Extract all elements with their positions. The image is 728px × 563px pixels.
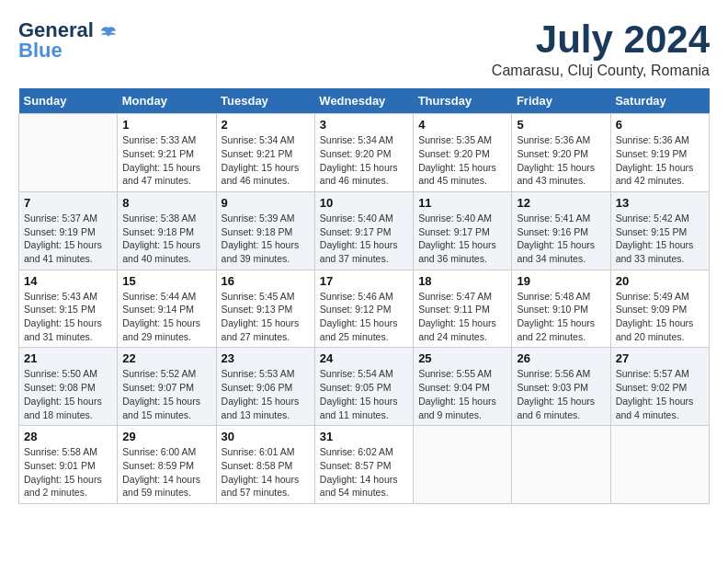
day-number: 23 bbox=[222, 351, 310, 365]
day-info: Sunrise: 5:35 AM Sunset: 9:20 PM Dayligh… bbox=[418, 133, 506, 188]
day-number: 27 bbox=[616, 351, 704, 365]
day-info: Sunrise: 5:53 AM Sunset: 9:06 PM Dayligh… bbox=[222, 367, 310, 421]
day-number: 19 bbox=[517, 274, 605, 288]
day-info: Sunrise: 5:34 AM Sunset: 9:20 PM Dayligh… bbox=[320, 133, 408, 188]
day-number: 11 bbox=[418, 196, 506, 210]
calendar-cell: 14Sunrise: 5:43 AM Sunset: 9:15 PM Dayli… bbox=[19, 270, 118, 348]
day-info: Sunrise: 5:52 AM Sunset: 9:07 PM Dayligh… bbox=[122, 367, 210, 421]
day-info: Sunrise: 6:02 AM Sunset: 8:57 PM Dayligh… bbox=[320, 445, 408, 500]
day-info: Sunrise: 6:00 AM Sunset: 8:59 PM Dayligh… bbox=[122, 445, 210, 500]
day-number: 25 bbox=[418, 351, 506, 365]
calendar-cell bbox=[512, 426, 610, 504]
day-number: 4 bbox=[418, 118, 506, 132]
day-info: Sunrise: 5:44 AM Sunset: 9:14 PM Dayligh… bbox=[122, 290, 210, 344]
logo-bird-icon bbox=[99, 24, 118, 42]
calendar-cell: 30Sunrise: 6:01 AM Sunset: 8:58 PM Dayli… bbox=[216, 426, 314, 504]
day-info: Sunrise: 5:33 AM Sunset: 9:21 PM Dayligh… bbox=[122, 133, 210, 188]
day-number: 29 bbox=[122, 430, 210, 443]
day-number: 10 bbox=[320, 196, 408, 210]
col-header-wednesday: Wednesday bbox=[314, 88, 413, 114]
calendar-cell: 7Sunrise: 5:37 AM Sunset: 9:19 PM Daylig… bbox=[19, 191, 118, 270]
day-info: Sunrise: 5:47 AM Sunset: 9:11 PM Dayligh… bbox=[418, 290, 506, 344]
day-info: Sunrise: 5:36 AM Sunset: 9:20 PM Dayligh… bbox=[517, 133, 605, 188]
day-info: Sunrise: 5:38 AM Sunset: 9:18 PM Dayligh… bbox=[122, 212, 210, 266]
calendar-cell: 24Sunrise: 5:54 AM Sunset: 9:05 PM Dayli… bbox=[314, 348, 413, 426]
calendar-cell: 29Sunrise: 6:00 AM Sunset: 8:59 PM Dayli… bbox=[118, 426, 216, 504]
day-info: Sunrise: 5:36 AM Sunset: 9:19 PM Dayligh… bbox=[616, 133, 704, 188]
day-number: 17 bbox=[320, 274, 408, 288]
calendar-cell: 13Sunrise: 5:42 AM Sunset: 9:15 PM Dayli… bbox=[610, 191, 709, 270]
logo-general: General bbox=[18, 18, 94, 41]
calendar-cell: 17Sunrise: 5:46 AM Sunset: 9:12 PM Dayli… bbox=[314, 270, 413, 348]
day-number: 13 bbox=[616, 196, 704, 210]
day-number: 2 bbox=[222, 118, 310, 132]
day-number: 24 bbox=[320, 351, 408, 365]
calendar-cell: 1Sunrise: 5:33 AM Sunset: 9:21 PM Daylig… bbox=[118, 114, 216, 192]
calendar-cell: 28Sunrise: 5:58 AM Sunset: 9:01 PM Dayli… bbox=[19, 426, 118, 504]
title-section: July 2024 Camarasu, Cluj County, Romania bbox=[492, 18, 710, 79]
calendar-cell: 25Sunrise: 5:55 AM Sunset: 9:04 PM Dayli… bbox=[414, 348, 512, 426]
page-header: General Blue July 2024 Camarasu, Cluj Co… bbox=[18, 18, 710, 79]
day-info: Sunrise: 5:48 AM Sunset: 9:10 PM Dayligh… bbox=[517, 290, 605, 344]
day-number: 21 bbox=[24, 351, 112, 365]
calendar-table: SundayMondayTuesdayWednesdayThursdayFrid… bbox=[18, 88, 710, 504]
day-info: Sunrise: 5:57 AM Sunset: 9:02 PM Dayligh… bbox=[616, 367, 704, 421]
day-info: Sunrise: 5:39 AM Sunset: 9:18 PM Dayligh… bbox=[222, 212, 310, 266]
day-number: 30 bbox=[222, 430, 310, 443]
day-number: 5 bbox=[517, 118, 605, 132]
calendar-cell bbox=[414, 426, 512, 504]
day-info: Sunrise: 5:55 AM Sunset: 9:04 PM Dayligh… bbox=[418, 367, 506, 421]
calendar-cell: 2Sunrise: 5:34 AM Sunset: 9:21 PM Daylig… bbox=[216, 114, 314, 192]
day-info: Sunrise: 5:54 AM Sunset: 9:05 PM Dayligh… bbox=[320, 367, 408, 421]
day-info: Sunrise: 5:45 AM Sunset: 9:13 PM Dayligh… bbox=[222, 290, 310, 344]
day-info: Sunrise: 5:40 AM Sunset: 9:17 PM Dayligh… bbox=[320, 212, 408, 266]
calendar-cell: 4Sunrise: 5:35 AM Sunset: 9:20 PM Daylig… bbox=[414, 114, 512, 192]
calendar-cell: 20Sunrise: 5:49 AM Sunset: 9:09 PM Dayli… bbox=[610, 270, 709, 348]
col-header-saturday: Saturday bbox=[610, 88, 709, 114]
day-number: 18 bbox=[418, 274, 506, 288]
calendar-cell: 19Sunrise: 5:48 AM Sunset: 9:10 PM Dayli… bbox=[512, 270, 610, 348]
calendar-cell: 10Sunrise: 5:40 AM Sunset: 9:17 PM Dayli… bbox=[314, 191, 413, 270]
day-info: Sunrise: 5:41 AM Sunset: 9:16 PM Dayligh… bbox=[517, 212, 605, 266]
day-info: Sunrise: 5:46 AM Sunset: 9:12 PM Dayligh… bbox=[320, 290, 408, 344]
day-number: 20 bbox=[616, 274, 704, 288]
day-number: 16 bbox=[222, 274, 310, 288]
day-info: Sunrise: 5:43 AM Sunset: 9:15 PM Dayligh… bbox=[24, 290, 112, 344]
day-number: 8 bbox=[122, 196, 210, 210]
calendar-cell: 31Sunrise: 6:02 AM Sunset: 8:57 PM Dayli… bbox=[314, 426, 413, 504]
calendar-cell: 27Sunrise: 5:57 AM Sunset: 9:02 PM Dayli… bbox=[610, 348, 709, 426]
calendar-cell: 15Sunrise: 5:44 AM Sunset: 9:14 PM Dayli… bbox=[118, 270, 216, 348]
col-header-sunday: Sunday bbox=[19, 88, 118, 114]
day-number: 9 bbox=[222, 196, 310, 210]
day-number: 7 bbox=[24, 196, 112, 210]
calendar-cell bbox=[19, 114, 118, 192]
calendar-cell bbox=[610, 426, 709, 504]
day-info: Sunrise: 5:42 AM Sunset: 9:15 PM Dayligh… bbox=[616, 212, 704, 266]
day-number: 15 bbox=[122, 274, 210, 288]
day-number: 3 bbox=[320, 118, 408, 132]
calendar-cell: 22Sunrise: 5:52 AM Sunset: 9:07 PM Dayli… bbox=[118, 348, 216, 426]
calendar-cell: 3Sunrise: 5:34 AM Sunset: 9:20 PM Daylig… bbox=[314, 114, 413, 192]
calendar-cell: 12Sunrise: 5:41 AM Sunset: 9:16 PM Dayli… bbox=[512, 191, 610, 270]
calendar-cell: 6Sunrise: 5:36 AM Sunset: 9:19 PM Daylig… bbox=[610, 114, 709, 192]
day-number: 31 bbox=[320, 430, 408, 443]
calendar-cell: 18Sunrise: 5:47 AM Sunset: 9:11 PM Dayli… bbox=[414, 270, 512, 348]
day-info: Sunrise: 5:34 AM Sunset: 9:21 PM Dayligh… bbox=[222, 133, 310, 188]
day-number: 22 bbox=[122, 351, 210, 365]
col-header-friday: Friday bbox=[512, 88, 610, 114]
day-number: 12 bbox=[517, 196, 605, 210]
calendar-cell: 11Sunrise: 5:40 AM Sunset: 9:17 PM Dayli… bbox=[414, 191, 512, 270]
calendar-cell: 9Sunrise: 5:39 AM Sunset: 9:18 PM Daylig… bbox=[216, 191, 314, 270]
month-title: July 2024 bbox=[492, 18, 710, 61]
col-header-monday: Monday bbox=[118, 88, 216, 114]
day-info: Sunrise: 5:50 AM Sunset: 9:08 PM Dayligh… bbox=[24, 367, 112, 421]
col-header-thursday: Thursday bbox=[414, 88, 512, 114]
day-info: Sunrise: 5:49 AM Sunset: 9:09 PM Dayligh… bbox=[616, 290, 704, 344]
day-info: Sunrise: 6:01 AM Sunset: 8:58 PM Dayligh… bbox=[222, 445, 310, 500]
calendar-cell: 5Sunrise: 5:36 AM Sunset: 9:20 PM Daylig… bbox=[512, 114, 610, 192]
logo: General Blue bbox=[18, 18, 118, 63]
day-info: Sunrise: 5:37 AM Sunset: 9:19 PM Dayligh… bbox=[24, 212, 112, 266]
col-header-tuesday: Tuesday bbox=[216, 88, 314, 114]
day-info: Sunrise: 5:56 AM Sunset: 9:03 PM Dayligh… bbox=[517, 367, 605, 421]
location-subtitle: Camarasu, Cluj County, Romania bbox=[492, 63, 710, 79]
